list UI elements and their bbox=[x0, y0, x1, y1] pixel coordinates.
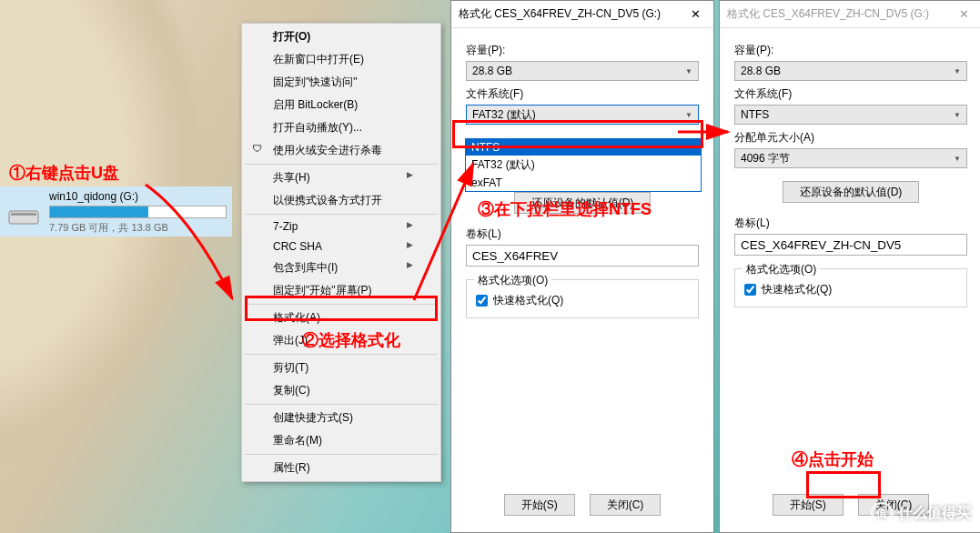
close-icon[interactable]: ✕ bbox=[685, 5, 706, 23]
capacity-combo[interactable]: 28.8 GB▼ bbox=[734, 61, 967, 81]
menu-bitlocker[interactable]: 启用 BitLocker(B) bbox=[244, 94, 439, 116]
start-button[interactable]: 开始(S) bbox=[773, 494, 844, 516]
arrow-3 bbox=[673, 118, 737, 146]
menu-format[interactable]: 格式化(A)... bbox=[244, 307, 439, 329]
quick-format-row[interactable]: 快速格式化(Q) bbox=[744, 282, 957, 297]
capacity-label: 容量(P): bbox=[734, 43, 967, 58]
dialog-titlebar[interactable]: 格式化 CES_X64FREV_ZH-CN_DV5 (G:) ✕ bbox=[451, 1, 713, 28]
restore-defaults-button[interactable]: 还原设备的默认值(D) bbox=[783, 181, 920, 203]
menu-autoplay[interactable]: 打开自动播放(Y)... bbox=[244, 116, 439, 139]
filesystem-dropdown: NTFS FAT32 (默认) exFAT bbox=[465, 138, 702, 192]
annotation-step2: ②选择格式化 bbox=[302, 329, 400, 351]
chevron-down-icon: ▼ bbox=[954, 67, 961, 75]
filesystem-combo[interactable]: FAT32 (默认)▼ bbox=[466, 105, 699, 125]
menu-cut[interactable]: 剪切(T) bbox=[244, 357, 439, 379]
chevron-down-icon: ▼ bbox=[954, 111, 961, 119]
arrow-1 bbox=[136, 180, 246, 307]
volume-label-label: 卷标(L) bbox=[466, 226, 699, 242]
annotation-step1: ①右键点击U盘 bbox=[9, 162, 119, 184]
watermark: 值 什么值得买 bbox=[871, 502, 971, 524]
dialog-titlebar[interactable]: 格式化 CES_X64FREV_ZH-CN_DV5 (G:) ✕ bbox=[720, 1, 980, 28]
volume-label-input[interactable] bbox=[466, 245, 699, 266]
menu-separator bbox=[245, 404, 438, 405]
usb-drive-icon bbox=[5, 193, 42, 229]
fs-option-exfat[interactable]: exFAT bbox=[466, 175, 701, 191]
filesystem-combo[interactable]: NTFS▼ bbox=[734, 105, 967, 125]
menu-separator bbox=[245, 354, 438, 355]
volume-label-input[interactable] bbox=[734, 234, 967, 256]
menu-separator bbox=[245, 454, 438, 455]
volume-label-label: 卷标(L) bbox=[734, 216, 967, 231]
format-options-legend: 格式化选项(O) bbox=[743, 262, 820, 277]
menu-shortcut[interactable]: 创建快捷方式(S) bbox=[244, 407, 439, 429]
annotation-step3: ③在下拉栏里选择NTFS bbox=[478, 198, 652, 220]
menu-open-new-window[interactable]: 在新窗口中打开(E) bbox=[244, 48, 439, 71]
close-icon[interactable]: ✕ bbox=[954, 5, 975, 23]
close-button[interactable]: 关闭(C) bbox=[590, 494, 662, 516]
filesystem-label: 文件系统(F) bbox=[734, 86, 967, 102]
dialog-title-text: 格式化 CES_X64FREV_ZH-CN_DV5 (G:) bbox=[727, 6, 929, 22]
filesystem-label: 文件系统(F) bbox=[466, 86, 699, 102]
quick-format-row[interactable]: 快速格式化(Q) bbox=[476, 293, 689, 308]
arrow-2 bbox=[405, 155, 487, 309]
capacity-label: 容量(P): bbox=[466, 43, 699, 58]
chevron-down-icon: ▼ bbox=[954, 155, 961, 163]
menu-copy[interactable]: 复制(C) bbox=[244, 379, 439, 402]
alloc-label: 分配单元大小(A) bbox=[734, 130, 967, 146]
svg-rect-4 bbox=[11, 213, 36, 216]
menu-open[interactable]: 打开(O) bbox=[244, 25, 439, 48]
menu-pin-quick[interactable]: 固定到"快速访问" bbox=[244, 71, 439, 94]
annotation-step4: ④点击开始 bbox=[792, 448, 874, 470]
capacity-combo[interactable]: 28.8 GB▼ bbox=[466, 61, 699, 81]
alloc-combo[interactable]: 4096 字节▼ bbox=[734, 148, 967, 168]
quick-format-checkbox[interactable] bbox=[744, 284, 756, 296]
fs-option-ntfs[interactable]: NTFS bbox=[466, 139, 701, 156]
start-button[interactable]: 开始(S) bbox=[504, 494, 575, 516]
chevron-down-icon: ▼ bbox=[685, 67, 692, 75]
menu-properties[interactable]: 属性(R) bbox=[244, 457, 439, 479]
fs-option-fat32[interactable]: FAT32 (默认) bbox=[466, 156, 701, 175]
huorong-icon: 🛡 bbox=[249, 143, 264, 154]
format-dialog-1: 格式化 CES_X64FREV_ZH-CN_DV5 (G:) ✕ 容量(P): … bbox=[450, 0, 714, 533]
dialog-title-text: 格式化 CES_X64FREV_ZH-CN_DV5 (G:) bbox=[459, 6, 661, 22]
watermark-logo-icon: 值 bbox=[871, 502, 893, 524]
menu-rename[interactable]: 重命名(M) bbox=[244, 429, 439, 452]
